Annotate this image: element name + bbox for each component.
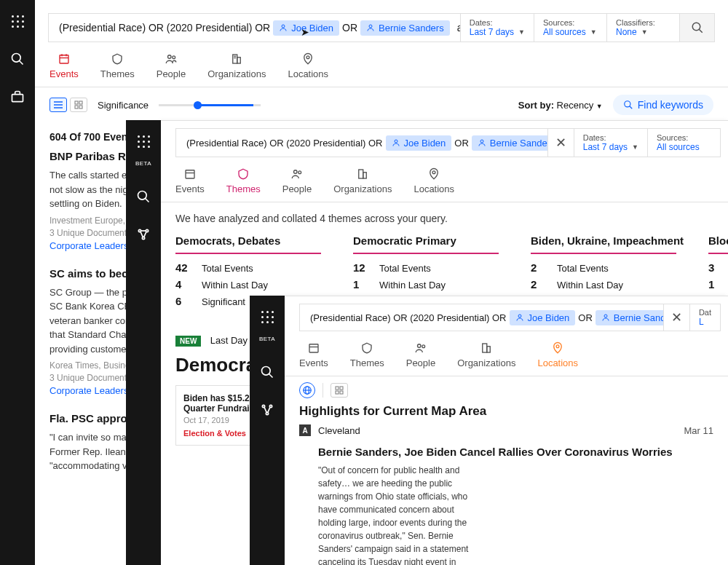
- sources-filter[interactable]: Sources: All sources: [647, 129, 720, 157]
- svg-point-4: [369, 25, 372, 28]
- entity-pill-biden[interactable]: Joe Biden: [510, 310, 576, 325]
- tab-people[interactable]: People: [282, 167, 312, 194]
- menu-dots-icon[interactable]: [9, 13, 25, 29]
- sort-by[interactable]: Sort by: Recency ▼: [518, 100, 603, 111]
- category-tabs: Events Themes People Organizations Locat…: [35, 42, 728, 87]
- highlights-header: Highlights for Current Map Area: [285, 404, 728, 424]
- svg-point-39: [293, 170, 297, 174]
- tab-people[interactable]: People: [157, 52, 186, 79]
- category-tabs: Events Themes People Organizations Locat…: [285, 331, 728, 376]
- classifiers-filter[interactable]: Classifiers: None▼: [606, 14, 679, 42]
- tab-people[interactable]: People: [406, 341, 435, 368]
- query-text: (Presidential Race) OR (2020 Presidentia…: [59, 22, 270, 33]
- chevron-down-icon: ▼: [518, 28, 525, 36]
- list-view-button[interactable]: [50, 98, 67, 112]
- svg-rect-21: [75, 101, 78, 104]
- search-query[interactable]: (Presidential Race) OR (2020 Presidentia…: [300, 304, 663, 331]
- svg-rect-2: [12, 95, 23, 102]
- beta-badge: BETA: [259, 336, 275, 342]
- chevron-down-icon: ▼: [632, 143, 638, 151]
- svg-line-45: [269, 374, 273, 378]
- svg-rect-14: [237, 58, 241, 63]
- svg-point-44: [262, 367, 271, 376]
- svg-point-17: [306, 56, 309, 59]
- tab-themes[interactable]: Themes: [350, 341, 384, 368]
- svg-point-52: [604, 315, 607, 317]
- svg-rect-64: [340, 387, 343, 390]
- event-date: Mar 11: [684, 425, 713, 436]
- menu-dots-icon[interactable]: [135, 133, 151, 149]
- svg-point-35: [395, 140, 397, 143]
- dates-filter[interactable]: Dat L: [689, 304, 720, 331]
- search-icon[interactable]: [9, 51, 25, 67]
- svg-point-48: [266, 412, 268, 414]
- graph-icon[interactable]: [259, 402, 275, 418]
- dates-filter[interactable]: Dates: Last 7 days▼: [574, 129, 647, 157]
- sources-filter[interactable]: Sources: All sources▼: [534, 14, 606, 42]
- search-bar: (Presidential Race) OR (2020 Presidentia…: [175, 128, 721, 157]
- svg-point-43: [432, 171, 435, 174]
- search-icon[interactable]: [259, 364, 275, 380]
- grid-view-button[interactable]: [331, 383, 348, 398]
- right-side-rail: BETA: [250, 296, 285, 565]
- svg-line-33: [144, 232, 146, 237]
- svg-rect-53: [309, 344, 318, 352]
- svg-rect-41: [359, 170, 363, 178]
- search-icon[interactable]: [135, 189, 151, 205]
- tab-locations[interactable]: Locations: [414, 167, 454, 194]
- svg-line-6: [699, 29, 703, 33]
- svg-rect-66: [340, 391, 343, 394]
- svg-rect-42: [363, 173, 367, 178]
- grid-view-button[interactable]: [70, 98, 87, 112]
- svg-rect-65: [336, 391, 339, 394]
- svg-point-56: [422, 345, 425, 348]
- svg-rect-57: [483, 344, 487, 352]
- svg-point-55: [417, 344, 421, 348]
- svg-line-49: [264, 407, 266, 413]
- marker-letter: A: [299, 424, 311, 436]
- view-toggle: [50, 98, 87, 112]
- search-button[interactable]: [679, 14, 714, 42]
- chevron-down-icon: ▼: [596, 103, 603, 110]
- close-icon[interactable]: ✕: [547, 129, 574, 157]
- entity-pill-biden[interactable]: Joe Biden: [386, 135, 452, 151]
- svg-point-31: [142, 237, 144, 239]
- entity-pill-sanders[interactable]: Bernie Sanders: [360, 20, 450, 36]
- svg-point-3: [282, 25, 285, 28]
- significance-slider[interactable]: [159, 104, 261, 106]
- tab-themes[interactable]: Themes: [226, 167, 261, 194]
- svg-point-0: [12, 54, 21, 63]
- tab-events[interactable]: Events: [299, 341, 328, 368]
- tab-organizations[interactable]: Organizations: [333, 167, 392, 194]
- search-query[interactable]: (Presidential Race) OR (2020 Presidentia…: [176, 129, 547, 157]
- highlight-entry[interactable]: A Cleveland Mar 11: [285, 424, 728, 442]
- graph-icon[interactable]: [135, 226, 151, 242]
- globe-view-button[interactable]: [299, 382, 315, 398]
- tab-organizations[interactable]: Organizations: [457, 341, 515, 368]
- svg-line-32: [141, 232, 143, 237]
- dates-filter[interactable]: Dates: Last 7 days▼: [460, 14, 534, 42]
- tab-locations[interactable]: Locations: [288, 52, 328, 79]
- tab-events[interactable]: Events: [50, 52, 79, 79]
- tab-events[interactable]: Events: [175, 167, 205, 194]
- map-toolbar: [285, 376, 728, 404]
- mid-side-rail: BETA: [126, 120, 161, 565]
- svg-point-25: [624, 101, 630, 107]
- tab-locations[interactable]: Locations: [537, 341, 578, 368]
- tab-themes[interactable]: Themes: [100, 52, 135, 79]
- find-keywords-button[interactable]: Find keywords: [613, 95, 713, 115]
- close-icon[interactable]: ✕: [663, 304, 689, 331]
- svg-rect-24: [79, 106, 82, 108]
- menu-dots-icon[interactable]: [259, 309, 275, 325]
- entity-pill-sanders[interactable]: Bernie Sanders: [596, 310, 663, 325]
- locations-panel: (Presidential Race) OR (2020 Presidentia…: [285, 296, 728, 565]
- search-query[interactable]: (Presidential Race) OR (2020 Presidentia…: [49, 14, 460, 42]
- category-tabs: Events Themes People Organizations Locat…: [161, 157, 728, 202]
- entity-pill-sanders[interactable]: Bernie Sanders: [472, 135, 547, 151]
- new-badge: NEW: [175, 336, 201, 347]
- briefcase-icon[interactable]: [9, 89, 25, 105]
- tab-organizations[interactable]: Organizations: [207, 52, 266, 79]
- location-name: Cleveland: [318, 425, 677, 436]
- svg-rect-22: [79, 101, 82, 104]
- svg-point-36: [480, 140, 483, 143]
